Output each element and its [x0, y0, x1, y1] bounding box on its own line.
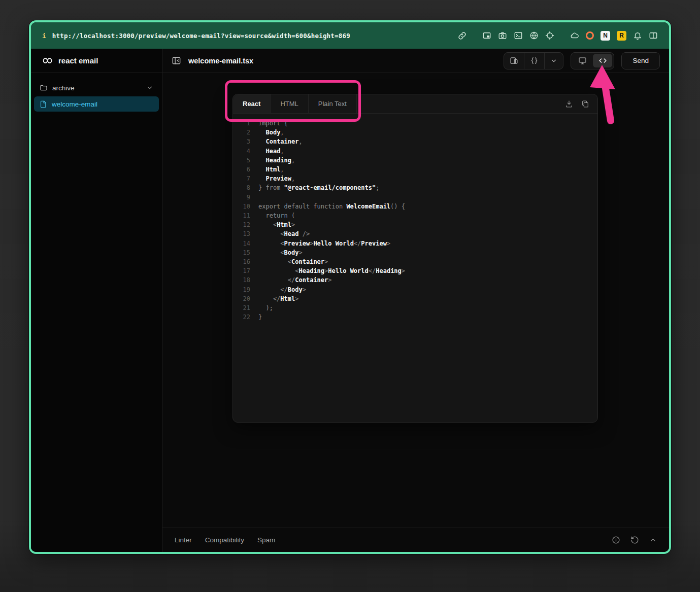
pip-icon[interactable] — [482, 31, 491, 40]
code-line: 13 <Head /> — [233, 229, 597, 238]
copy-icon[interactable] — [581, 100, 589, 108]
viewport-icon[interactable] — [504, 53, 524, 69]
mode-toggle-group — [571, 52, 614, 69]
chevron-up-icon[interactable] — [649, 536, 657, 544]
sidebar: react email archive welcome-email — [31, 49, 162, 552]
code-line: 8} from "@react-email/components"; — [233, 183, 597, 192]
code-tab-react[interactable]: React — [233, 94, 271, 113]
code-text: Heading, — [258, 156, 295, 165]
refresh-icon[interactable] — [630, 536, 639, 544]
code-text: Container, — [258, 137, 303, 146]
line-number: 19 — [239, 285, 250, 294]
link-icon[interactable] — [458, 31, 466, 40]
code-line: 18 </Container> — [233, 275, 597, 285]
url-text[interactable]: http://localhost:3000/preview/welcome-em… — [52, 32, 350, 40]
line-number: 17 — [239, 266, 250, 275]
line-number: 18 — [239, 275, 250, 285]
split-view-icon[interactable] — [649, 31, 658, 40]
code-tabs-bar: ReactHTMLPlain Text — [233, 94, 597, 114]
footer-icons — [612, 536, 657, 544]
line-number: 15 — [239, 248, 250, 257]
code-text: </Html> — [258, 294, 299, 303]
line-number: 1 — [239, 119, 250, 128]
code-line: 5 Heading, — [233, 156, 597, 165]
code-line: 16 <Container> — [233, 257, 597, 266]
code-line: 11 return ( — [233, 211, 597, 220]
sidebar-folder-archive[interactable]: archive — [34, 80, 159, 95]
footer-tabs: LinterCompatibilitySpam — [175, 536, 275, 544]
send-button[interactable]: Send — [621, 52, 660, 69]
code-line: 1import { — [233, 119, 597, 128]
camera-icon[interactable] — [498, 31, 507, 40]
code-line: 14 <Preview>Hello World</Preview> — [233, 239, 597, 248]
view-toggle-group — [504, 52, 563, 69]
code-lines: 1import {2 Body,3 Container,4 Head,5 Hea… — [233, 119, 597, 322]
code-line: 12 <Html> — [233, 220, 597, 229]
logo-label: react email — [58, 56, 98, 65]
code-line: 6 Html, — [233, 165, 597, 174]
browser-url-bar: i http://localhost:3000/preview/welcome-… — [31, 22, 669, 49]
braces-icon[interactable] — [524, 53, 544, 69]
cloud-icon[interactable] — [570, 31, 579, 40]
target-icon[interactable] — [545, 31, 554, 40]
monitor-icon[interactable] — [573, 54, 592, 67]
line-number: 7 — [239, 174, 250, 183]
sidebar-item-welcome-email[interactable]: welcome-email — [34, 96, 159, 112]
code-text: <Body> — [258, 248, 303, 257]
code-line: 19 </Body> — [233, 285, 597, 294]
sidebar-tree: archive welcome-email — [31, 73, 162, 112]
code-icon[interactable] — [593, 54, 612, 67]
code-line: 21 ); — [233, 303, 597, 312]
notion-badge[interactable]: N — [601, 31, 610, 41]
main-header: welcome-email.tsx — [162, 49, 669, 73]
folder-label: archive — [52, 84, 75, 92]
line-number: 22 — [239, 312, 250, 322]
code-line: 2 Body, — [233, 128, 597, 137]
bell-icon[interactable] — [633, 31, 642, 40]
code-text: <Heading>Hello World</Heading> — [258, 266, 405, 275]
urlbar-icons: N R — [458, 31, 658, 41]
code-text: import { — [258, 119, 288, 128]
file-icon — [40, 100, 47, 108]
extension-favicon: i — [42, 32, 46, 40]
line-number: 13 — [239, 229, 250, 238]
code-text: <Container> — [258, 257, 328, 266]
code-text: export default function WelcomeEmail() { — [258, 202, 405, 211]
main-area: welcome-email.tsx — [162, 49, 669, 552]
line-number: 14 — [239, 239, 250, 248]
code-text: <Head /> — [258, 229, 310, 238]
opera-badge-icon[interactable] — [586, 31, 594, 40]
download-icon[interactable] — [565, 100, 573, 108]
globe-icon[interactable] — [529, 31, 539, 40]
code-text: </Body> — [258, 285, 306, 294]
line-number: 6 — [239, 165, 250, 174]
code-line: 9 — [233, 193, 597, 202]
code-text: return ( — [258, 211, 295, 220]
footer-tab-compatibility[interactable]: Compatibility — [205, 536, 244, 544]
code-text: ); — [258, 303, 273, 312]
code-tab-plain-text[interactable]: Plain Text — [309, 94, 357, 113]
code-text: } — [258, 312, 262, 322]
code-tabs: ReactHTMLPlain Text — [233, 94, 357, 113]
code-editor: 1import {2 Body,3 Container,4 Head,5 Hea… — [233, 114, 597, 422]
r-badge[interactable]: R — [617, 31, 626, 41]
react-email-logo-icon — [42, 55, 53, 66]
terminal-icon[interactable] — [514, 31, 523, 40]
line-number: 4 — [239, 147, 250, 156]
code-line: 15 <Body> — [233, 248, 597, 257]
code-text: } from "@react-email/components"; — [258, 183, 379, 192]
line-number: 5 — [239, 156, 250, 165]
chevron-down-icon[interactable] — [544, 53, 563, 69]
folder-icon — [40, 84, 48, 92]
source-code-panel: ReactHTMLPlain Text 1import {2 Body,3 Co… — [232, 94, 598, 423]
footer-tab-spam[interactable]: Spam — [257, 536, 275, 544]
footer-tab-linter[interactable]: Linter — [175, 536, 192, 544]
info-icon[interactable] — [612, 536, 620, 544]
code-tab-html[interactable]: HTML — [271, 94, 308, 113]
code-text: <Preview>Hello World</Preview> — [258, 239, 390, 248]
code-text: Html, — [258, 165, 284, 174]
line-number: 9 — [239, 193, 250, 202]
panel-left-icon[interactable] — [172, 56, 181, 65]
line-number: 20 — [239, 294, 250, 303]
chevron-down-icon — [146, 84, 153, 91]
